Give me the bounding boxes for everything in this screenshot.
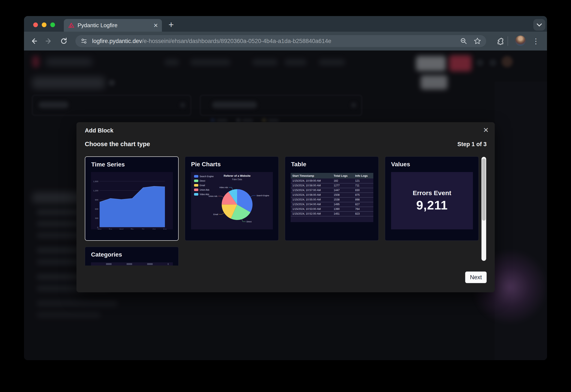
categories-thumbnail — [91, 262, 173, 266]
profile-avatar[interactable] — [515, 36, 526, 46]
table-cell: 1/15/2024, 10:56:00 AM — [291, 193, 332, 197]
site-info-icon — [81, 38, 88, 44]
svg-text:600: 600 — [95, 208, 98, 210]
omnibox[interactable]: logfire.pydantic.dev/e-hosseini/ehsan/da… — [75, 35, 486, 47]
forward-icon — [45, 37, 53, 45]
table-cell: 1/15/2024, 10:53:00 AM — [291, 207, 332, 211]
browser-toolbar: logfire.pydantic.dev/e-hosseini/ehsan/da… — [24, 32, 547, 51]
svg-text:Fake Data: Fake Data — [232, 178, 242, 181]
svg-text:Fri: Fri — [142, 228, 144, 229]
table-cell: 1495 — [332, 202, 353, 207]
svg-text:Direct: Direct — [247, 221, 252, 223]
table-cell: 764 — [353, 207, 373, 211]
pie-chart: Referer of a WebsiteFake DataSearch Engi… — [191, 172, 273, 229]
table-cell: 830 — [353, 188, 373, 193]
toolbar-divider — [508, 36, 508, 46]
scrollbar-thumb[interactable] — [482, 159, 485, 221]
svg-text:Sat: Sat — [152, 228, 156, 229]
svg-text:Wed: Wed — [119, 228, 123, 229]
table-cell: 1451 — [332, 211, 353, 216]
table-cell: 1447 — [332, 188, 353, 193]
window-zoom-button[interactable] — [50, 22, 55, 27]
table-cell: 1538 — [332, 197, 353, 202]
logfire-logo-icon — [68, 22, 74, 29]
table-thumbnail: Start TimestampTotal LogsInfo Logs 1/15/… — [291, 173, 373, 222]
values-panel-number: 9,211 — [416, 198, 448, 212]
log-table: Start TimestampTotal LogsInfo Logs 1/15/… — [291, 173, 373, 216]
new-tab-button[interactable]: + — [166, 20, 176, 30]
browser-menu-button[interactable]: ⋮ — [531, 36, 541, 46]
card-title: Values — [391, 161, 410, 168]
tab-search-button[interactable] — [533, 19, 545, 31]
table-cell: 875 — [353, 193, 373, 197]
table-cell: 1508 — [332, 193, 353, 197]
tab-close-icon[interactable]: ✕ — [153, 23, 158, 28]
clipped-chart-hint — [106, 263, 169, 265]
card-values[interactable]: Values Errors Event 9,211 — [385, 156, 479, 241]
svg-text:Video Ads: Video Ads — [219, 186, 228, 189]
modal-title: Add Block — [85, 127, 114, 134]
svg-text:900: 900 — [95, 198, 98, 201]
zoom-page-icon[interactable] — [460, 37, 467, 45]
card-table[interactable]: Table Start TimestampTotal LogsInfo Logs… — [285, 156, 379, 241]
next-button[interactable]: Next — [465, 272, 487, 283]
table-cell: 1390 — [332, 207, 353, 211]
table-cell: 823 — [353, 211, 373, 216]
table-row: 1/15/2024, 10:59:00 AM182121 — [291, 179, 373, 183]
chart-type-list: Time Series 03006009001,2001,500MonTueWe… — [85, 156, 479, 266]
svg-text:Union Ads: Union Ads — [200, 189, 209, 191]
table-cell: 121 — [353, 179, 373, 183]
table-cell: 1277 — [332, 183, 353, 188]
table-row: 1/15/2024, 10:56:00 AM1508875 — [291, 193, 373, 197]
modal-subtitle: Choose the chart type — [85, 140, 150, 148]
modal-close-icon[interactable]: ✕ — [483, 126, 489, 134]
table-column-header: Info Logs — [353, 173, 373, 179]
values-panel-title: Errors Event — [413, 189, 451, 197]
table-column-header: Start Timestamp — [291, 173, 332, 179]
modal-scrollbar[interactable] — [482, 157, 486, 261]
table-cell: 182 — [332, 179, 353, 183]
add-block-modal: Add Block ✕ Choose the chart type Step 1… — [76, 122, 495, 292]
table-cell: 711 — [353, 183, 373, 188]
svg-text:Mon: Mon — [98, 228, 102, 229]
card-time-series[interactable]: Time Series 03006009001,2001,500MonTueWe… — [85, 156, 179, 241]
svg-text:300: 300 — [95, 217, 98, 219]
extensions-button[interactable] — [497, 36, 506, 46]
back-icon — [30, 37, 38, 45]
time-series-chart: 03006009001,2001,500MonTueWedThuFriSatSu… — [91, 172, 173, 229]
card-title: Pie Charts — [191, 161, 221, 168]
reload-button[interactable] — [59, 36, 69, 46]
reload-icon — [60, 37, 68, 45]
table-cell: 1/15/2024, 10:54:00 AM — [291, 202, 332, 207]
svg-text:Search Engine: Search Engine — [257, 195, 269, 197]
extensions-puzzle-icon — [497, 37, 505, 45]
svg-text:Email: Email — [213, 213, 218, 215]
page-content: Add Block ✕ Choose the chart type Step 1… — [24, 51, 547, 360]
card-categories[interactable]: Categories — [85, 247, 179, 266]
forward-button[interactable] — [44, 36, 54, 46]
table-cell: 1/15/2024, 10:57:00 AM — [291, 188, 332, 193]
window-minimize-button[interactable] — [42, 22, 46, 27]
svg-text:Tue: Tue — [109, 228, 112, 229]
table-header: Start TimestampTotal LogsInfo Logs — [291, 173, 373, 179]
table-cell: 1/15/2024, 10:55:00 AM — [291, 197, 332, 202]
screenshot-root: Pydantic Logfire ✕ + — [0, 0, 571, 392]
table-cell: 1/15/2024, 10:52:00 AM — [291, 211, 332, 216]
svg-text:Sun: Sun — [163, 228, 167, 229]
time-series-thumbnail: 03006009001,2001,500MonTueWedThuFriSatSu… — [91, 172, 173, 229]
svg-text:Email: Email — [200, 184, 205, 187]
back-button[interactable] — [29, 36, 39, 46]
url-path: /e-hosseini/ehsan/dashboards/8920360a-05… — [142, 38, 331, 44]
card-pie-charts[interactable]: Pie Charts Referer of a WebsiteFake Data… — [185, 156, 279, 241]
url-host: logfire.pydantic.dev — [92, 38, 142, 44]
table-row: 1/15/2024, 10:58:00 AM1277711 — [291, 183, 373, 188]
svg-text:1,200: 1,200 — [93, 189, 98, 192]
tab-strip: Pydantic Logfire ✕ + — [24, 16, 547, 32]
card-title: Time Series — [91, 161, 125, 168]
svg-text:Thu: Thu — [131, 228, 134, 229]
svg-text:Video Ads: Video Ads — [200, 193, 209, 196]
browser-tab[interactable]: Pydantic Logfire ✕ — [64, 19, 162, 32]
bookmark-star-icon[interactable] — [474, 37, 481, 45]
window-close-button[interactable] — [33, 22, 38, 27]
url-text: logfire.pydantic.dev/e-hosseini/ehsan/da… — [92, 38, 460, 44]
